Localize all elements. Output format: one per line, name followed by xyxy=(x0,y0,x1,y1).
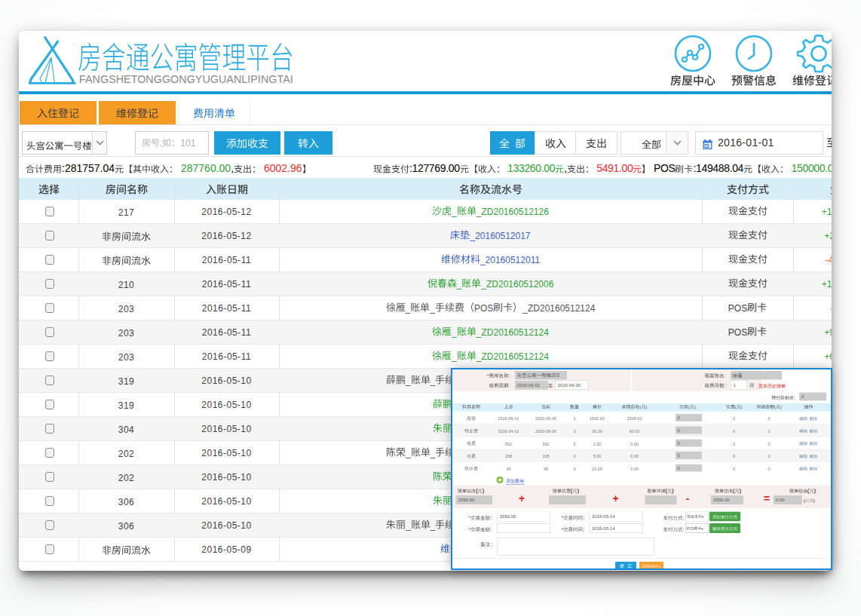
svg-text:6: 6 xyxy=(706,143,708,148)
